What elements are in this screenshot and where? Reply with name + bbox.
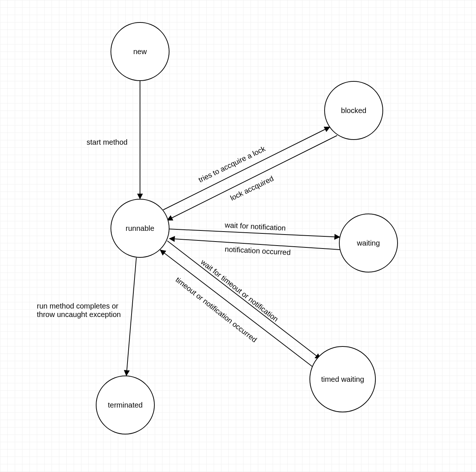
state-node-runnable: runnable	[111, 199, 169, 258]
node-label: blocked	[341, 106, 367, 115]
edge-runnable-to-blocked	[163, 127, 330, 210]
edge-label-run-completes: run method completes or throw uncaught e…	[37, 302, 133, 319]
state-node-blocked: blocked	[324, 81, 383, 140]
node-label: runnable	[126, 224, 154, 233]
node-label: waiting	[357, 239, 380, 247]
node-label: terminated	[108, 401, 143, 409]
edge-timed-to-runnable	[160, 250, 317, 370]
edges-layer	[0, 0, 476, 472]
state-node-terminated: terminated	[96, 376, 155, 434]
edge-label-start-method: start method	[87, 138, 127, 147]
state-node-waiting: waiting	[339, 214, 398, 272]
node-label: timed waiting	[321, 375, 364, 384]
node-label: new	[133, 47, 147, 56]
state-node-new: new	[111, 22, 169, 81]
edge-runnable-to-timed	[167, 241, 321, 359]
edge-blocked-to-runnable	[167, 135, 337, 220]
state-node-timed-waiting: timed waiting	[309, 346, 376, 412]
